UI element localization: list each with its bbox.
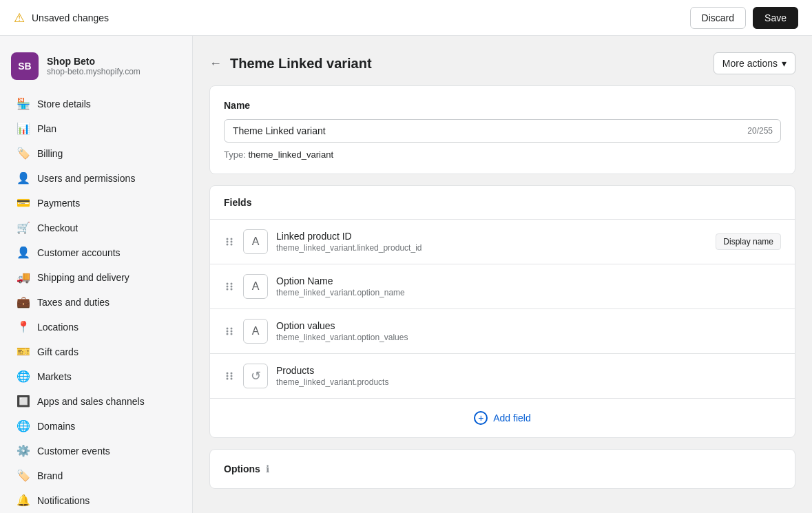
sidebar-item-label: Apps and sales channels — [37, 396, 145, 407]
sidebar-item-billing[interactable]: 🏷️ Billing — [6, 141, 187, 165]
svg-point-7 — [227, 286, 229, 288]
svg-point-5 — [231, 244, 233, 246]
field-name: Products — [276, 365, 781, 376]
sidebar-item-markets[interactable]: 🌐 Markets — [6, 364, 187, 388]
sidebar-item-plan[interactable]: 📊 Plan — [6, 116, 187, 140]
sidebar-item-notifications[interactable]: 🔔 Notifications — [6, 488, 187, 512]
sidebar-item-locations[interactable]: 📍 Locations — [6, 315, 187, 339]
add-field-row: + Add field — [210, 399, 795, 437]
add-field-label: Add field — [493, 412, 530, 423]
field-item-linked-product-id: A Linked product ID theme_linked_variant… — [210, 220, 795, 264]
back-arrow-icon: ← — [209, 56, 222, 71]
name-section-title: Name — [224, 100, 781, 111]
sidebar-item-users-permissions[interactable]: 👤 Users and permissions — [6, 166, 187, 190]
svg-point-17 — [231, 333, 233, 335]
sidebar-item-label: Gift cards — [37, 346, 79, 357]
sidebar-item-shipping-delivery[interactable]: 🚚 Shipping and delivery — [6, 265, 187, 289]
discard-button[interactable]: Discard — [690, 7, 746, 29]
sidebar-item-domains[interactable]: 🌐 Domains — [6, 414, 187, 438]
sidebar-item-payments[interactable]: 💳 Payments — [6, 191, 187, 215]
name-input[interactable] — [224, 119, 781, 143]
svg-point-15 — [231, 328, 233, 330]
top-bar-actions: Discard Save — [690, 7, 798, 29]
page-header: ← Theme Linked variant More actions ▾ — [209, 52, 795, 74]
sidebar-item-customer-events[interactable]: ⚙️ Customer events — [6, 439, 187, 463]
type-value: theme_linked_variant — [248, 149, 333, 160]
svg-point-0 — [227, 238, 229, 240]
sidebar-item-label: Customer events — [37, 446, 110, 457]
sidebar-item-checkout[interactable]: 🛒 Checkout — [6, 216, 187, 240]
svg-point-12 — [227, 328, 229, 330]
sidebar-item-taxes-duties[interactable]: 💼 Taxes and duties — [6, 290, 187, 314]
save-button[interactable]: Save — [753, 7, 798, 29]
field-info: Products theme_linked_variant.products — [276, 365, 781, 387]
field-name: Linked product ID — [276, 231, 707, 242]
sidebar-item-customer-accounts[interactable]: 👤 Customer accounts — [6, 240, 187, 264]
add-field-icon: + — [474, 411, 488, 425]
svg-point-20 — [227, 378, 229, 380]
svg-point-10 — [231, 286, 233, 288]
drag-handle[interactable] — [224, 281, 235, 292]
sidebar-item-label: Plan — [37, 123, 56, 134]
shop-info: Shop Beto shop-beto.myshopify.com — [47, 56, 140, 76]
svg-point-18 — [227, 373, 229, 375]
domains-icon: 🌐 — [17, 419, 30, 432]
more-actions-button[interactable]: More actions ▾ — [714, 52, 795, 74]
field-name: Option values — [276, 320, 781, 331]
type-label: Type: — [224, 149, 246, 160]
sidebar-item-label: Locations — [37, 322, 79, 333]
shop-name: Shop Beto — [47, 56, 140, 67]
shop-domain: shop-beto.myshopify.com — [47, 67, 140, 76]
svg-point-16 — [231, 331, 233, 333]
field-info: Option values theme_linked_variant.optio… — [276, 320, 781, 342]
name-input-wrapper: 20/255 — [224, 119, 781, 143]
display-name-badge: Display name — [716, 233, 781, 250]
sidebar-item-apps-channels[interactable]: 🔲 Apps and sales channels — [6, 389, 187, 413]
taxes-icon: 💼 — [17, 295, 30, 308]
chevron-down-icon: ▾ — [782, 58, 787, 69]
field-key: theme_linked_variant.linked_product_id — [276, 243, 707, 253]
brand-icon: 🏷️ — [17, 469, 30, 482]
svg-point-4 — [231, 241, 233, 243]
fields-section-title: Fields — [210, 186, 795, 220]
field-item-products: ↺ Products theme_linked_variant.products — [210, 354, 795, 399]
info-icon[interactable]: ℹ — [266, 463, 269, 474]
options-card: Options ℹ — [209, 449, 795, 489]
sidebar-item-label: Checkout — [37, 222, 78, 233]
drag-handle[interactable] — [224, 326, 235, 337]
field-item-option-values: A Option values theme_linked_variant.opt… — [210, 309, 795, 354]
field-key: theme_linked_variant.option_name — [276, 288, 781, 297]
sidebar-item-label: Customer accounts — [37, 247, 121, 258]
svg-point-13 — [227, 331, 229, 333]
sidebar-item-label: Store details — [37, 98, 91, 109]
add-field-button[interactable]: + Add field — [474, 411, 530, 425]
drag-handle[interactable] — [224, 370, 235, 381]
customer-events-icon: ⚙️ — [17, 444, 30, 457]
svg-point-6 — [227, 283, 229, 285]
field-type-icon: A — [243, 319, 268, 344]
back-button[interactable]: ← — [209, 56, 222, 71]
svg-point-19 — [227, 375, 229, 377]
sidebar-item-brand[interactable]: 🏷️ Brand — [6, 463, 187, 488]
name-card: Name 20/255 Type: theme_linked_variant — [209, 85, 795, 174]
svg-point-14 — [227, 333, 229, 335]
svg-point-2 — [227, 244, 229, 246]
sidebar-item-store-details[interactable]: 🏪 Store details — [6, 92, 187, 116]
drag-handle[interactable] — [224, 236, 235, 247]
apps-icon: 🔲 — [17, 395, 30, 408]
sidebar-item-label: Brand — [37, 470, 63, 481]
shop-header: SB Shop Beto shop-beto.myshopify.com — [0, 47, 192, 91]
notifications-icon: 🔔 — [17, 494, 30, 507]
top-bar: ⚠ Unsaved changes Discard Save — [0, 0, 812, 36]
svg-point-11 — [231, 289, 233, 291]
shipping-icon: 🚚 — [17, 271, 30, 284]
sidebar-item-gift-cards[interactable]: 🎫 Gift cards — [6, 339, 187, 364]
unsaved-changes-label: Unsaved changes — [32, 12, 109, 23]
field-info: Option Name theme_linked_variant.option_… — [276, 275, 781, 297]
sidebar-item-label: Shipping and delivery — [37, 272, 129, 283]
svg-point-1 — [227, 241, 229, 243]
page-title: Theme Linked variant — [230, 56, 372, 72]
sidebar-item-label: Users and permissions — [37, 173, 135, 184]
field-type-icon: A — [243, 274, 268, 299]
checkout-icon: 🛒 — [17, 221, 30, 234]
